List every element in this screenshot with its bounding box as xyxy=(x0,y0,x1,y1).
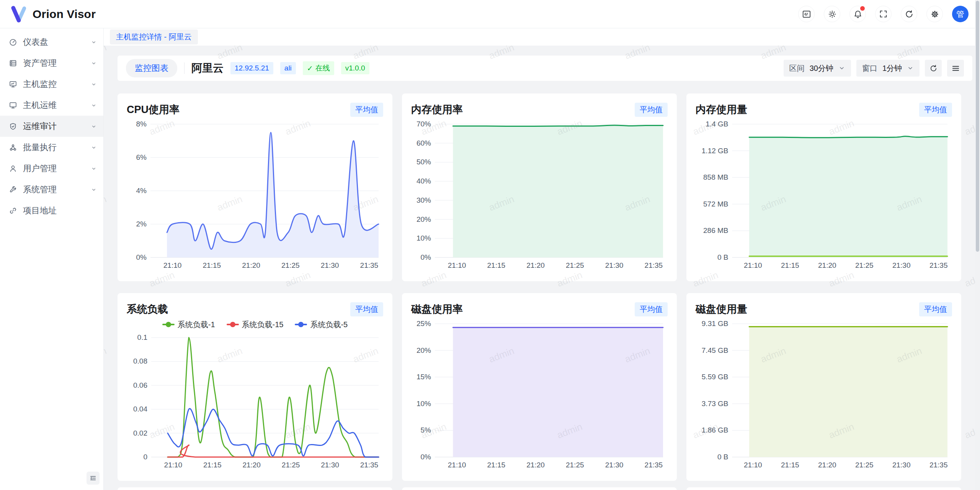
sidebar-item-audit[interactable]: 运维审计 xyxy=(0,116,103,137)
legend-item[interactable]: 系统负载-5 xyxy=(295,320,348,330)
window-select-label: 窗口 xyxy=(862,63,877,74)
system-load-legend: 系统负载-1系统负载-15系统负载-5 xyxy=(127,318,383,331)
tab-bar: 主机监控详情 - 阿里云 xyxy=(104,28,980,46)
svg-text:50%: 50% xyxy=(416,158,431,166)
chart-grid: CPU使用率 平均值 0%2%4%6%8%21:1021:1521:2021:2… xyxy=(118,93,961,481)
legend-label: 系统负载-15 xyxy=(242,320,284,330)
svg-text:40%: 40% xyxy=(416,177,431,185)
window-select[interactable]: 窗口 1分钟 xyxy=(856,60,920,77)
card-title: 内存使用量 xyxy=(696,103,747,116)
refresh-charts-button[interactable] xyxy=(925,60,942,77)
monitor-chart-tab-button[interactable]: 监控图表 xyxy=(126,59,177,77)
user-avatar[interactable]: 管 xyxy=(952,6,969,22)
svg-text:21:30: 21:30 xyxy=(892,261,911,269)
sidebar: 仪表盘 资产管理 主机监控 主机运维 xyxy=(0,28,104,490)
svg-text:21:35: 21:35 xyxy=(645,461,663,469)
chevron-down-icon xyxy=(907,65,914,72)
svg-text:572 MB: 572 MB xyxy=(703,200,728,208)
svg-text:21:30: 21:30 xyxy=(321,261,339,269)
svg-text:6%: 6% xyxy=(136,153,147,161)
svg-text:21:15: 21:15 xyxy=(781,461,799,469)
main-area: 主机监控详情 - 阿里云 监控图表 阿里云 12.92.5.21 ali ✓ 在… xyxy=(104,28,980,490)
notification-badge-dot xyxy=(860,6,865,11)
sidebar-item-label: 主机运维 xyxy=(23,100,85,111)
notifications-button[interactable] xyxy=(849,6,866,22)
divider xyxy=(184,62,185,74)
app-title: Orion Visor xyxy=(33,8,96,21)
svg-text:21:15: 21:15 xyxy=(487,461,506,469)
chevron-down-icon xyxy=(90,144,97,151)
scrollbar-thumb[interactable] xyxy=(976,1,979,252)
chevron-down-icon xyxy=(90,102,97,109)
memory-usage-rate-svg: 0%10%20%30%40%50%60%70%21:1021:1521:2021… xyxy=(411,119,668,271)
legend-marker-icon xyxy=(162,322,175,327)
sidebar-item-label: 项目地址 xyxy=(23,205,97,216)
svg-text:1.86 GB: 1.86 GB xyxy=(702,426,728,434)
svg-text:21:10: 21:10 xyxy=(164,461,183,469)
chevron-down-icon xyxy=(90,81,97,88)
sidebar-item-dashboard[interactable]: 仪表盘 xyxy=(0,31,103,52)
settings-button[interactable] xyxy=(926,6,943,22)
app-body: 仪表盘 资产管理 主机监控 主机运维 xyxy=(0,28,980,490)
sidebar-item-label: 用户管理 xyxy=(23,163,85,174)
host-ops-icon xyxy=(9,101,17,110)
legend-marker-icon xyxy=(295,322,307,327)
card-title: 内存使用率 xyxy=(411,103,463,116)
fullscreen-icon xyxy=(879,9,888,19)
svg-text:21:30: 21:30 xyxy=(605,461,624,469)
host-info: 监控图表 阿里云 12.92.5.21 ali ✓ 在线 v1.0.0 xyxy=(126,59,369,77)
theme-icon xyxy=(827,9,837,19)
svg-text:21:10: 21:10 xyxy=(744,261,762,269)
chart-controls: 区间 30分钟 窗口 1分钟 xyxy=(784,60,964,77)
svg-text:21:15: 21:15 xyxy=(781,261,799,269)
sidebar-item-host-monitor[interactable]: 主机监控 xyxy=(0,74,103,95)
svg-text:21:25: 21:25 xyxy=(566,461,584,469)
next-row-peek xyxy=(118,487,961,490)
svg-text:0.02: 0.02 xyxy=(133,429,147,437)
tab-host-monitor-detail[interactable]: 主机监控详情 - 阿里云 xyxy=(110,29,198,44)
fullscreen-button[interactable] xyxy=(875,6,892,22)
svg-text:21:25: 21:25 xyxy=(282,461,300,469)
batch-exec-icon xyxy=(9,143,17,152)
avg-badge: 平均值 xyxy=(350,103,383,117)
refresh-page-button[interactable] xyxy=(901,6,917,22)
legend-item[interactable]: 系统负载-15 xyxy=(227,320,284,330)
sidebar-item-batch-exec[interactable]: 批量执行 xyxy=(0,137,103,158)
svg-text:21:20: 21:20 xyxy=(818,261,836,269)
interval-select[interactable]: 区间 30分钟 xyxy=(784,60,851,77)
code-window-icon xyxy=(802,9,812,19)
svg-text:0%: 0% xyxy=(421,453,431,461)
chevron-down-icon xyxy=(90,123,97,130)
svg-text:21:35: 21:35 xyxy=(929,461,948,469)
svg-text:858 MB: 858 MB xyxy=(703,173,728,181)
theme-button[interactable] xyxy=(824,6,840,22)
svg-text:21:10: 21:10 xyxy=(163,261,182,269)
svg-text:21:10: 21:10 xyxy=(448,261,466,269)
sidebar-item-system-mgmt[interactable]: 系统管理 xyxy=(0,179,103,200)
svg-text:0 B: 0 B xyxy=(717,453,728,461)
svg-text:15%: 15% xyxy=(416,373,431,381)
svg-text:0.1: 0.1 xyxy=(137,333,147,341)
code-window-button[interactable] xyxy=(798,6,815,22)
interval-select-value: 30分钟 xyxy=(810,63,833,74)
card-title: 磁盘使用率 xyxy=(411,302,463,316)
svg-text:21:25: 21:25 xyxy=(855,461,874,469)
partial-card xyxy=(686,487,961,490)
legend-marker-icon xyxy=(227,322,239,327)
svg-text:8%: 8% xyxy=(136,120,147,128)
svg-text:21:25: 21:25 xyxy=(281,261,300,269)
sidebar-item-assets[interactable]: 资产管理 xyxy=(0,52,103,74)
sidebar-item-host-ops[interactable]: 主机运维 xyxy=(0,95,103,116)
sidebar-item-project-link[interactable]: 项目地址 xyxy=(0,200,103,221)
sidebar-item-user-mgmt[interactable]: 用户管理 xyxy=(0,158,103,179)
host-alias-tag: ali xyxy=(280,62,296,74)
svg-text:20%: 20% xyxy=(416,346,431,354)
chart-menu-button[interactable] xyxy=(947,60,964,77)
sidebar-collapse-button[interactable] xyxy=(87,472,100,485)
refresh-icon xyxy=(929,64,938,73)
svg-text:21:35: 21:35 xyxy=(645,261,663,269)
chevron-down-icon xyxy=(90,39,97,46)
chart-card-disk-usage-rate: 磁盘使用率 平均值 0%5%10%15%20%25%21:1021:1521:2… xyxy=(402,293,677,481)
legend-item[interactable]: 系统负载-1 xyxy=(162,320,215,330)
scrollbar xyxy=(975,0,980,490)
